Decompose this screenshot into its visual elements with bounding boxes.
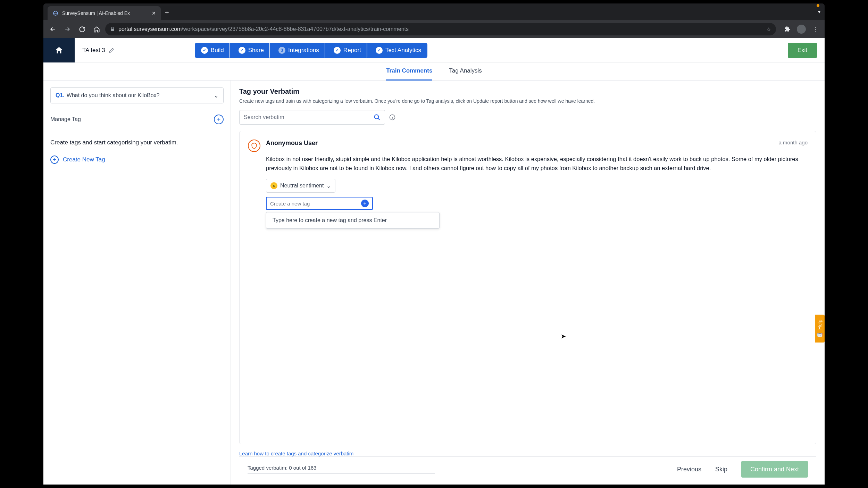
skip-button[interactable]: Skip [715, 466, 727, 473]
sub-tab-bar: Train Comments Tag Analysis [43, 62, 825, 81]
new-tab-button[interactable]: + [165, 9, 169, 17]
edit-title-icon[interactable] [109, 48, 114, 53]
verbatim-body: Kilobox in not user friendly, stupid sim… [266, 155, 808, 173]
sidebar-description: Create tags and start categorising your … [50, 138, 224, 147]
user-avatar-icon [248, 140, 260, 152]
update-indicator-dot [817, 4, 819, 7]
home-button[interactable] [91, 23, 102, 35]
create-tag-input[interactable]: Create a new tag + [266, 197, 373, 210]
progress-bar [248, 473, 435, 474]
tab-title: SurveySensum | AI-Enabled Ex [62, 10, 130, 16]
svg-point-1 [375, 115, 379, 119]
profile-avatar[interactable] [795, 23, 807, 35]
address-bar[interactable]: portal.surveysensum.com/workspace/survey… [105, 23, 776, 35]
footer-bar: Tagged verbatim: 0 out of 163 Previous S… [239, 456, 816, 478]
help-icon: 📖 [817, 332, 823, 338]
tagged-count: Tagged verbatim: 0 out of 163 [248, 465, 435, 471]
tab-tag-analysis[interactable]: Tag Analysis [449, 62, 482, 81]
app-page: TA test 3 ✓Build ✓Share 3Integrations ✓R… [43, 38, 825, 485]
browser-tab-strip: SurveySensum | AI-Enabled Ex ✕ + ▾ [43, 3, 825, 20]
add-tag-button[interactable]: + [214, 115, 224, 124]
app-top-bar: TA test 3 ✓Build ✓Share 3Integrations ✓R… [43, 38, 825, 62]
browser-menu-icon[interactable]: ⋮ [809, 23, 821, 35]
reload-button[interactable] [76, 23, 88, 35]
app-home-button[interactable] [43, 38, 75, 62]
content-heading: Tag your Verbatim [239, 87, 816, 95]
sentiment-selector[interactable]: 😐 Neutral sentiment ⌄ [266, 179, 335, 193]
tab-train-comments[interactable]: Train Comments [386, 62, 432, 81]
browser-tab[interactable]: SurveySensum | AI-Enabled Ex ✕ [48, 6, 161, 20]
step-report[interactable]: ✓Report [325, 43, 367, 58]
create-new-tag-link[interactable]: + Create New Tag [50, 155, 224, 164]
neutral-face-icon: 😐 [270, 182, 277, 189]
step-share[interactable]: ✓Share [229, 43, 270, 58]
search-verbatim-box[interactable] [239, 110, 385, 125]
browser-toolbar: portal.surveysensum.com/workspace/survey… [43, 20, 825, 38]
step-build[interactable]: ✓Build [195, 43, 230, 58]
confirm-next-button[interactable]: Confirm and Next [741, 461, 808, 478]
learn-link[interactable]: Learn how to create tags and categorize … [239, 451, 816, 456]
search-icon[interactable] [374, 114, 381, 121]
sidebar: Q1.What do you think about our KiloBox? … [43, 81, 231, 485]
verbatim-user-name: Anonymous User [266, 140, 318, 147]
back-button[interactable] [47, 23, 59, 35]
step-text-analytics[interactable]: ✓Text Analytics [367, 43, 427, 58]
url-text: portal.surveysensum.com/workspace/survey… [118, 26, 409, 32]
tab-close-icon[interactable]: ✕ [152, 10, 156, 16]
content-area: Tag your Verbatim Create new tags and tr… [231, 81, 825, 485]
forward-button[interactable] [61, 23, 73, 35]
add-tag-plus-icon[interactable]: + [361, 200, 369, 207]
search-verbatim-input[interactable] [244, 114, 374, 120]
survey-title: TA test 3 [82, 47, 105, 54]
manage-tag-label: Manage Tag [50, 116, 81, 123]
survey-title-block: TA test 3 [75, 38, 122, 62]
create-tag-dropdown-hint: Type here to create a new tag and press … [266, 212, 440, 229]
tab-favicon-icon [52, 10, 59, 16]
exit-button[interactable]: Exit [788, 43, 817, 58]
content-description: Create new tags and train us with catego… [239, 98, 816, 104]
verbatim-card: Anonymous User a month ago Kilobox in no… [239, 131, 816, 444]
previous-button[interactable]: Previous [677, 466, 701, 473]
chevron-down-icon: ⌄ [214, 92, 218, 99]
step-integrations[interactable]: 3Integrations [269, 43, 325, 58]
info-icon[interactable] [389, 114, 395, 120]
bookmark-star-icon[interactable]: ☆ [766, 26, 771, 33]
chevron-down-icon: ⌄ [326, 183, 331, 189]
workflow-steps: ✓Build ✓Share 3Integrations ✓Report ✓Tex… [195, 43, 427, 58]
question-selector[interactable]: Q1.What do you think about our KiloBox? … [50, 87, 224, 103]
help-side-tab[interactable]: 📖 Help [815, 315, 825, 343]
main-layout: Q1.What do you think about our KiloBox? … [43, 81, 825, 485]
lock-icon [110, 27, 115, 32]
plus-circle-icon: + [50, 155, 59, 164]
verbatim-timestamp: a month ago [779, 140, 808, 145]
tabs-dropdown-icon[interactable]: ▾ [818, 9, 820, 15]
extensions-icon[interactable] [782, 23, 793, 35]
